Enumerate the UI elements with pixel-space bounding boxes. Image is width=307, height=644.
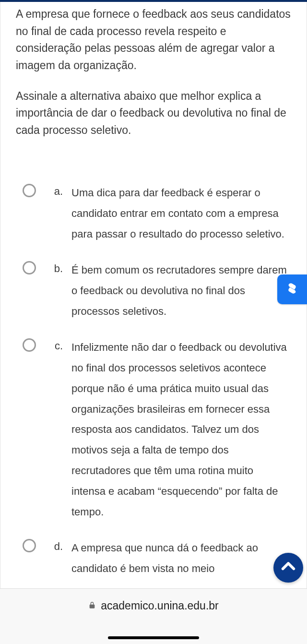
- option-letter: d.: [52, 538, 63, 555]
- option-text: Uma dica para dar feedback é esperar o c…: [71, 183, 291, 245]
- option-letter: b.: [52, 260, 63, 277]
- option-text: É bem comum os recrutadores sempre darem…: [71, 260, 291, 322]
- option-c[interactable]: c. Infelizmente não dar o feedback ou de…: [16, 337, 291, 523]
- option-a[interactable]: a. Uma dica para dar feedback é esperar …: [16, 183, 291, 245]
- option-d[interactable]: d. A empresa que nunca dá o feedback ao …: [16, 538, 291, 579]
- libras-accessibility-button[interactable]: [277, 274, 307, 304]
- option-b[interactable]: b. É bem comum os recrutadores sempre da…: [16, 260, 291, 322]
- scroll-to-top-button[interactable]: [273, 553, 303, 583]
- radio-d[interactable]: [23, 539, 36, 552]
- hands-icon: [283, 279, 301, 299]
- radio-a[interactable]: [23, 184, 36, 197]
- page-content: A empresa que fornece o feedback aos seu…: [0, 2, 307, 588]
- lock-icon: [88, 599, 96, 612]
- option-letter: c.: [52, 337, 63, 354]
- url-text: academico.unina.edu.br: [101, 599, 219, 612]
- question-paragraph-2: Assinale a alternativa abaixo que melhor…: [16, 88, 291, 139]
- radio-b[interactable]: [23, 261, 36, 274]
- option-letter: a.: [52, 183, 63, 200]
- home-indicator: [108, 636, 199, 639]
- option-text: A empresa que nunca dá o feedback ao can…: [71, 538, 291, 579]
- browser-bottom-bar: academico.unina.edu.br: [0, 588, 307, 644]
- address-bar[interactable]: academico.unina.edu.br: [88, 599, 219, 612]
- option-text: Infelizmente não dar o feedback ou devol…: [71, 337, 291, 523]
- question-stem: A empresa que fornece o feedback aos seu…: [16, 6, 291, 139]
- radio-c[interactable]: [23, 338, 36, 352]
- options-list: a. Uma dica para dar feedback é esperar …: [16, 183, 291, 579]
- chevron-up-icon: [280, 559, 296, 577]
- question-paragraph-1: A empresa que fornece o feedback aos seu…: [16, 6, 291, 74]
